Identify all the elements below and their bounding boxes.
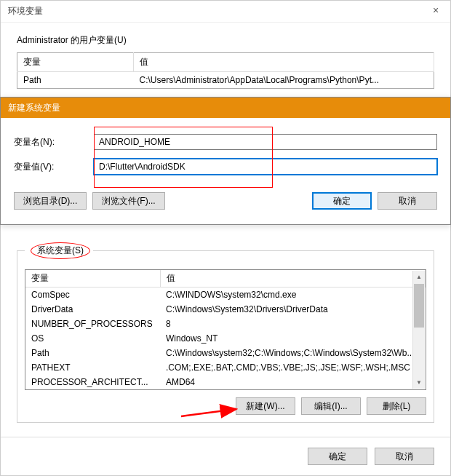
user-vars-header-var: 变量 (17, 53, 134, 72)
system-vars-legend: 系统变量(S) (31, 242, 90, 259)
dialog-bottom-buttons: 确定 取消 (308, 448, 434, 465)
var-value-cell: C:\Windows\system32;C:\Windows;C:\Window… (160, 346, 426, 360)
var-value-cell: C:\Users\Administrator\AppData\Local\Pro… (134, 72, 434, 89)
user-vars-label: Administrator 的用户变量(U) (17, 34, 434, 47)
table-row[interactable]: DriverDataC:\Windows\System32\Drivers\Dr… (25, 302, 426, 317)
var-value-cell: C:\Windows\System32\Drivers\DriverData (160, 302, 426, 317)
system-vars-buttons: 新建(W)... 编辑(I)... 删除(L) (25, 397, 426, 415)
browse-dir-button[interactable]: 浏览目录(D)... (14, 192, 87, 210)
scroll-thumb[interactable] (414, 284, 424, 328)
cancel-button[interactable]: 取消 (375, 448, 434, 465)
var-name-cell: Path (25, 346, 160, 360)
var-name-cell: PATHEXT (25, 360, 160, 375)
var-value-input[interactable] (94, 159, 437, 175)
table-row[interactable]: NUMBER_OF_PROCESSORS8 (25, 317, 426, 331)
env-vars-dialog: 环境变量 × Administrator 的用户变量(U) 变量 值 PathC… (0, 0, 451, 476)
table-row[interactable]: ComSpecC:\WINDOWS\system32\cmd.exe (25, 287, 426, 303)
system-vars-table[interactable]: 变量 值 ComSpecC:\WINDOWS\system32\cmd.exeD… (25, 270, 426, 389)
scroll-up-icon[interactable]: ▲ (413, 271, 425, 283)
table-row[interactable]: PathC:\Users\Administrator\AppData\Local… (17, 72, 434, 89)
overlay-cancel-button[interactable]: 取消 (378, 192, 437, 210)
table-row[interactable]: OSWindows_NT (25, 331, 426, 346)
var-value-cell: Windows_NT (160, 331, 426, 346)
table-row[interactable]: PROCESSOR_ARCHITECT...AMD64 (25, 375, 426, 389)
var-name-cell: NUMBER_OF_PROCESSORS (25, 317, 160, 331)
dialog-title: 环境变量 (8, 5, 43, 17)
var-name-cell: PROCESSOR_ARCHITECT... (25, 375, 160, 389)
overlay-title: 新建系统变量 (8, 102, 60, 114)
divider (1, 437, 450, 437)
user-vars-table[interactable]: 变量 值 PathC:\Users\Administrator\AppData\… (17, 52, 434, 89)
system-vars-fieldset: 系统变量(S) 变量 值 ComSpecC:\WINDOWS\system32\… (17, 242, 434, 423)
var-value-cell: C:\WINDOWS\system32\cmd.exe (160, 287, 426, 303)
close-icon[interactable]: × (428, 4, 443, 16)
table-row[interactable]: PathC:\Windows\system32;C:\Windows;C:\Wi… (25, 346, 426, 360)
var-name-cell: Path (17, 72, 134, 89)
scroll-down-icon[interactable]: ▼ (413, 376, 425, 389)
overlay-body: 变量名(N): 变量值(V): (1, 118, 450, 192)
var-value-cell: AMD64 (160, 375, 426, 389)
var-name-row: 变量名(N): (14, 134, 437, 150)
var-name-cell: ComSpec (25, 287, 160, 303)
var-value-label: 变量值(V): (14, 161, 94, 173)
var-name-cell: DriverData (25, 302, 160, 317)
sys-header-val: 值 (160, 270, 426, 287)
overlay-title-bar: 新建系统变量 (1, 98, 450, 118)
var-value-cell: 8 (160, 317, 426, 331)
user-vars-header-val: 值 (134, 53, 434, 72)
browse-file-button[interactable]: 浏览文件(F)... (92, 192, 165, 210)
sys-delete-button[interactable]: 删除(L) (367, 397, 426, 415)
var-name-input[interactable] (94, 134, 437, 150)
scrollbar[interactable]: ▲ ▼ (412, 271, 425, 389)
main-content: Administrator 的用户变量(U) 变量 值 PathC:\Users… (1, 23, 450, 100)
sys-edit-button[interactable]: 编辑(I)... (301, 397, 361, 415)
title-bar: 环境变量 × (1, 1, 450, 23)
table-row[interactable]: PATHEXT.COM;.EXE;.BAT;.CMD;.VBS;.VBE;.JS… (25, 360, 426, 375)
var-name-cell: OS (25, 331, 160, 346)
var-name-label: 变量名(N): (14, 136, 94, 148)
var-value-cell: .COM;.EXE;.BAT;.CMD;.VBS;.VBE;.JS;.JSE;.… (160, 360, 426, 375)
var-value-row: 变量值(V): (14, 159, 437, 175)
sys-new-button[interactable]: 新建(W)... (236, 397, 295, 415)
sys-header-var: 变量 (25, 270, 160, 287)
overlay-ok-button[interactable]: 确定 (312, 192, 372, 210)
new-sysvar-dialog: 新建系统变量 变量名(N): 变量值(V): 浏览目录(D)... 浏览文件(F… (0, 97, 451, 225)
overlay-buttons: 浏览目录(D)... 浏览文件(F)... 确定 取消 (1, 192, 450, 217)
ok-button[interactable]: 确定 (308, 448, 367, 465)
system-vars-table-container: 变量 值 ComSpecC:\WINDOWS\system32\cmd.exeD… (25, 269, 426, 390)
